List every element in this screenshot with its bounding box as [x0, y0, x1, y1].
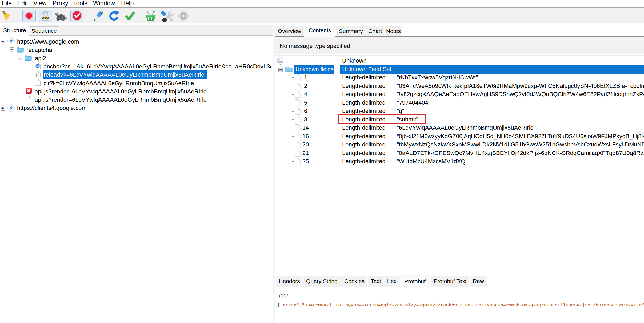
svg-text:{ }: { }: [36, 72, 39, 77]
svg-text:JS: JS: [27, 99, 30, 102]
